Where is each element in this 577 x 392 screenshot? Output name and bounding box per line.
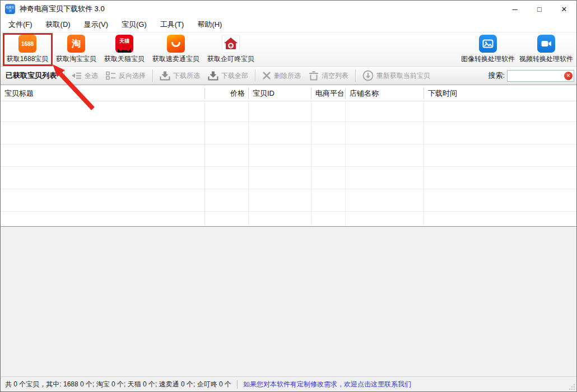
download-all-button[interactable]: 下载全部: [204, 68, 252, 83]
button-label: 下载全部: [221, 71, 248, 81]
get-aliexpress-button[interactable]: 获取速卖通宝贝: [148, 32, 203, 66]
video-converter-button[interactable]: 视频转换处理软件: [517, 32, 575, 66]
button-label: 全选: [85, 71, 98, 81]
clear-list-button[interactable]: 清空列表: [305, 68, 352, 83]
button-label: 重新获取当前宝贝: [376, 71, 430, 81]
app-window: 电商宝贝 神奇电商宝贝下载软件 3.0 ─ □ ✕ 文件(F) 获取(D) 显示…: [0, 0, 577, 392]
table-row: [1, 189, 576, 212]
resize-grip-icon[interactable]: [569, 384, 575, 390]
download-all-icon: [208, 71, 218, 81]
window-title: 神奇电商宝贝下载软件 3.0: [20, 4, 105, 14]
menu-get[interactable]: 获取(D): [39, 17, 77, 32]
invert-selection-button[interactable]: 反向选择: [102, 68, 150, 83]
button-label: 图像转换处理软件: [461, 54, 515, 64]
toolbar-separator: [355, 69, 356, 82]
get-1688-button[interactable]: 1688 获取1688宝贝: [3, 32, 52, 66]
menu-help[interactable]: 帮助(H): [190, 17, 229, 32]
taobao-icon: 淘: [67, 35, 85, 53]
button-label: 下载所选: [173, 71, 200, 81]
get-taobao-button[interactable]: 淘 获取淘宝宝贝: [52, 32, 100, 66]
close-button[interactable]: ✕: [552, 1, 576, 17]
list-toolbar: 已获取宝贝列表 全选 反向选择: [1, 67, 576, 85]
delete-selected-icon: [262, 71, 271, 80]
table-header: 宝贝标题 价格 宝贝ID 电商平台 店铺名称 下载时间: [1, 86, 576, 101]
list-title: 已获取宝贝列表: [1, 71, 62, 81]
product-count-summary: 共 0 个宝贝，其中: 1688 0 个; 淘宝 0 个; 天猫 0 个; 速卖…: [5, 380, 231, 389]
menu-view[interactable]: 显示(V): [77, 17, 115, 32]
aliexpress-icon: [167, 35, 185, 53]
maximize-button[interactable]: □: [527, 1, 552, 17]
download-selected-button[interactable]: 下载所选: [156, 68, 204, 83]
table-row: [1, 144, 576, 167]
qidingdong-icon: [222, 35, 240, 53]
button-label: 清空列表: [322, 71, 348, 81]
clear-search-icon[interactable]: ✕: [564, 72, 573, 80]
select-all-icon: [72, 71, 82, 80]
tmall-icon: 天猫: [115, 35, 133, 53]
get-tmall-button[interactable]: 天猫 获取天猫宝贝: [100, 32, 148, 66]
button-label: 获取企叮咚宝贝: [207, 54, 254, 64]
window-controls: ─ □ ✕: [502, 1, 576, 17]
column-header-id[interactable]: 宝贝ID: [249, 88, 311, 99]
menu-file[interactable]: 文件(F): [2, 17, 39, 32]
search-label: 搜索:: [488, 71, 505, 81]
table-row: [1, 122, 576, 144]
button-label: 获取速卖通宝贝: [152, 54, 199, 64]
clear-list-icon: [309, 71, 319, 81]
button-label: 获取淘宝宝贝: [56, 54, 96, 64]
button-label: 删除所选: [274, 71, 301, 81]
menu-bar: 文件(F) 获取(D) 显示(V) 宝贝(G) 工具(T) 帮助(H): [1, 17, 576, 32]
download-selected-icon: [160, 71, 170, 81]
status-separator: [237, 380, 238, 389]
column-header-time[interactable]: 下载时间: [424, 88, 576, 99]
toolbar-separator: [64, 69, 65, 82]
toolbar-separator: [152, 69, 153, 82]
table-row: [1, 101, 576, 122]
column-header-title[interactable]: 宝贝标题: [1, 88, 205, 99]
invert-selection-icon: [106, 71, 116, 80]
status-bar: 共 0 个宝贝，其中: 1688 0 个; 淘宝 0 个; 天猫 0 个; 速卖…: [1, 376, 576, 391]
product-table-body: [1, 101, 576, 227]
button-label: 获取1688宝贝: [7, 54, 49, 64]
background-area: [1, 227, 576, 376]
table-row: [1, 167, 576, 189]
title-bar: 电商宝贝 神奇电商宝贝下载软件 3.0 ─ □ ✕: [1, 1, 576, 17]
select-all-button[interactable]: 全选: [68, 68, 102, 83]
column-header-price[interactable]: 价格: [205, 88, 249, 99]
video-converter-icon: [537, 35, 555, 53]
button-label: 获取天猫宝贝: [104, 54, 145, 64]
image-converter-button[interactable]: 图像转换处理软件: [459, 32, 517, 66]
menu-item[interactable]: 宝贝(G): [115, 17, 153, 32]
get-qidingdong-button[interactable]: 获取企叮咚宝贝: [203, 32, 258, 66]
search-area: 搜索: ✕: [488, 70, 576, 82]
delete-selected-button[interactable]: 删除所选: [258, 68, 305, 83]
minimize-button[interactable]: ─: [502, 1, 527, 17]
1688-icon: 1688: [18, 35, 36, 53]
contact-us-link[interactable]: 如果您对本软件有定制修改需求，欢迎点击这里联系我们: [243, 380, 411, 389]
menu-tools[interactable]: 工具(T): [153, 17, 191, 32]
refresh-current-button[interactable]: 重新获取当前宝贝: [359, 68, 434, 83]
button-label: 反向选择: [119, 71, 146, 81]
toolbar-right-group: 图像转换处理软件 视频转换处理软件: [459, 32, 576, 66]
column-header-shop[interactable]: 店铺名称: [346, 88, 424, 99]
column-header-platform[interactable]: 电商平台: [311, 88, 346, 99]
refresh-icon: [362, 70, 374, 81]
table-row: [1, 212, 576, 226]
toolbar-separator: [255, 69, 255, 82]
main-toolbar: 1688 获取1688宝贝 淘 获取淘宝宝贝 天猫 获取天猫宝贝 获取速卖通宝贝: [1, 32, 576, 67]
app-icon: 电商宝贝: [5, 4, 15, 14]
image-converter-icon: [479, 35, 497, 53]
button-label: 视频转换处理软件: [519, 54, 573, 64]
